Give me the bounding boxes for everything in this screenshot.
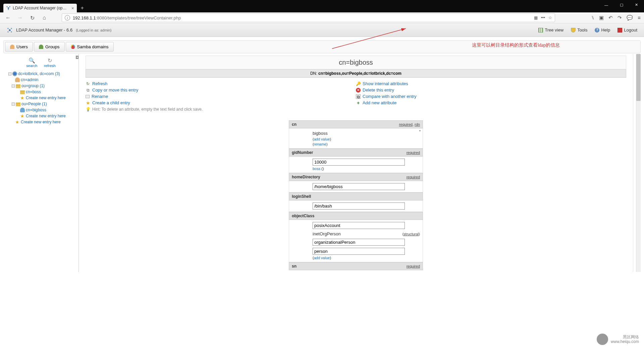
info-icon[interactable]: i	[65, 15, 70, 20]
window-maximize[interactable]: ▢	[614, 0, 629, 10]
flag-structural[interactable]: structural	[404, 232, 419, 236]
help-icon: ?	[595, 28, 599, 33]
dn-row: DN: cn=bigboss,ou=People,dc=lotbrick,dc=…	[86, 69, 626, 78]
action-delete[interactable]: Delete this entry	[363, 88, 394, 93]
refresh-icon: ↻	[86, 81, 90, 86]
scroll-thumb[interactable]	[636, 54, 641, 101]
flag-required[interactable]: required	[407, 175, 420, 179]
star-icon: ★	[15, 120, 20, 124]
reload-button[interactable]: ↻	[28, 13, 37, 22]
tree-create-1[interactable]: Create new entry here	[26, 95, 66, 101]
user-icon	[15, 77, 20, 82]
attr-name-shell: loginShell	[292, 194, 311, 199]
sidebar-icon[interactable]: ▣	[599, 15, 604, 21]
window-minimize[interactable]: —	[599, 0, 614, 10]
tree-search[interactable]: 🔍search	[26, 57, 37, 68]
tree-refresh[interactable]: ↻refresh	[44, 57, 55, 68]
qr-icon[interactable]: ▦	[534, 15, 538, 20]
tree-root[interactable]: dc=lotbrick, dc=com (3)	[18, 71, 60, 77]
undo-icon[interactable]: ↶	[608, 15, 613, 21]
tree-group[interactable]: ou=group (1)	[21, 83, 45, 89]
user-icon	[20, 108, 25, 112]
toggle-icon[interactable]: −	[12, 84, 15, 88]
toggle-icon[interactable]: −	[12, 103, 15, 106]
action-refresh[interactable]: Refresh	[92, 81, 108, 86]
attr-name-gid: gidNumber	[292, 150, 313, 155]
tree-create-3[interactable]: Create new entry here	[21, 119, 61, 125]
homedir-input[interactable]	[313, 183, 405, 190]
meatball-icon[interactable]: •••	[541, 15, 545, 20]
flag-required[interactable]: required	[407, 151, 420, 155]
app-title: LDAP Account Manager - 6.6	[16, 27, 72, 33]
action-rename[interactable]: Rename	[92, 94, 108, 99]
forward-button[interactable]: →	[15, 13, 25, 22]
tools-icon	[571, 28, 576, 33]
scrollbar[interactable]	[636, 54, 641, 272]
star-icon: ★	[20, 114, 25, 118]
action-create-child[interactable]: Create a child entry	[92, 100, 130, 105]
bookmark-icon[interactable]: ☆	[548, 15, 552, 20]
action-compare[interactable]: Compare with another entry	[363, 94, 416, 99]
compare-icon: ⧉	[356, 94, 361, 99]
bulb-icon: 💡	[86, 107, 91, 112]
link-boss[interactable]: boss	[313, 167, 320, 171]
add-icon: +	[356, 101, 361, 105]
copy-icon: ⧉	[86, 88, 90, 93]
watermark-icon	[597, 334, 608, 345]
tab-close-icon[interactable]: ×	[71, 6, 74, 11]
attr-name-cn: cn	[292, 122, 297, 127]
action-show-internal[interactable]: Show internal attributes	[363, 81, 408, 86]
loginshell-input[interactable]	[313, 203, 405, 210]
oc-input-4[interactable]	[313, 248, 405, 255]
flag-rdn[interactable]: rdn	[415, 122, 420, 126]
home-button[interactable]: ⌂	[40, 13, 49, 22]
tree-create-2[interactable]: Create new entry here	[26, 113, 66, 119]
action-add-attr[interactable]: Add new attribute	[363, 100, 396, 105]
toggle-icon[interactable]: −	[8, 72, 11, 75]
gidnumber-input[interactable]	[313, 159, 405, 166]
url-bar[interactable]: i 192.168.1.1:8080/templates/tree/treeVi…	[62, 13, 555, 22]
nav-tools[interactable]: Tools	[571, 27, 587, 33]
tab-users[interactable]: Users	[5, 42, 33, 52]
flag-required[interactable]: required	[399, 122, 413, 126]
tree-people[interactable]: ou=People (1)	[21, 101, 47, 107]
menu-icon[interactable]: ≡	[638, 15, 641, 21]
star-icon: ★	[86, 101, 90, 105]
oc-input-3[interactable]	[313, 239, 405, 246]
link-add-value[interactable]: add value	[314, 137, 330, 141]
tree-boss[interactable]: cn=boss	[26, 89, 41, 95]
star-icon: ★	[20, 96, 25, 100]
link-add-value[interactable]: add value	[314, 256, 330, 260]
folder-icon	[16, 103, 20, 106]
favicon-icon	[6, 6, 11, 10]
redo-icon[interactable]: ↷	[618, 15, 622, 21]
folder-icon	[16, 84, 20, 88]
library-icon[interactable]: ⑊	[591, 15, 594, 21]
flag-required[interactable]: required	[407, 264, 420, 268]
delete-icon: ✕	[356, 88, 361, 93]
new-tab-button[interactable]: +	[77, 4, 88, 12]
back-button[interactable]: ←	[3, 13, 13, 22]
group-icon	[39, 45, 43, 49]
chat-icon[interactable]: 💬	[627, 15, 633, 21]
window-close[interactable]: ✕	[629, 0, 644, 10]
login-info: (Logged in as: admin)	[76, 28, 111, 32]
collapse-handle[interactable]: ◂	[76, 56, 78, 59]
tab-samba[interactable]: Samba domains	[66, 42, 114, 52]
link-rename[interactable]: rename	[314, 142, 326, 146]
nav-help[interactable]: ?Help	[595, 27, 610, 33]
attr-name-sn: sn	[292, 264, 297, 269]
nav-tree-view[interactable]: Tree view	[538, 27, 564, 33]
tree-admin[interactable]: cn=admin	[21, 77, 38, 83]
tab-groups[interactable]: Groups	[34, 42, 65, 52]
watermark: 黑区网络www.heiqu.com	[597, 334, 639, 345]
url-text: 192.168.1.1:8080/templates/tree/treeView…	[73, 15, 181, 20]
rename-icon	[86, 95, 90, 98]
nav-logout[interactable]: Logout	[618, 27, 637, 33]
browser-tab[interactable]: LDAP Account Manager (op… ×	[3, 4, 77, 12]
tree-bigboss[interactable]: cn=bigboss	[26, 107, 46, 113]
attr-name-home: homeDirectory	[292, 175, 320, 179]
action-copy[interactable]: Copy or move this entry	[92, 88, 138, 93]
hint-text: Hint: To delete an attribute, empty the …	[92, 107, 203, 112]
oc-input-1[interactable]	[313, 222, 405, 229]
